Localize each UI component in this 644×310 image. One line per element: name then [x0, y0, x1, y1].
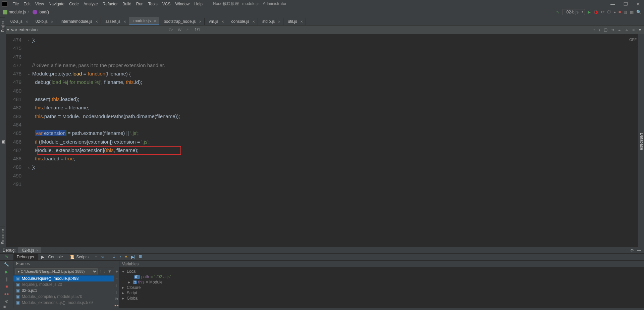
minimize-button[interactable]: —: [609, 1, 616, 7]
chevron-right-icon[interactable]: ▸: [122, 291, 125, 295]
run-to-cursor-icon[interactable]: ▶|: [131, 255, 135, 259]
project-stripe-label[interactable]: Project: [0, 17, 5, 35]
chevron-right-icon[interactable]: ▸: [128, 280, 131, 285]
add-watch-icon[interactable]: ＋: [115, 269, 119, 274]
copy-icon[interactable]: ⧉: [115, 297, 118, 301]
view-breakpoints-icon[interactable]: ●●: [4, 292, 9, 296]
stack-frame[interactable]: ▣require(), module.js:20: [13, 281, 114, 288]
menu-run[interactable]: Run: [134, 1, 146, 7]
editor-tab[interactable]: internal\module.js✕: [56, 18, 101, 25]
editor-tab[interactable]: 02-b.js✕: [31, 18, 56, 25]
menu-help[interactable]: Help: [192, 1, 205, 7]
layout2-icon[interactable]: ▦: [630, 10, 634, 14]
tab-debugger[interactable]: Debugger: [13, 254, 38, 260]
force-step-into-icon[interactable]: ⇣: [112, 255, 116, 259]
breadcrumb-method[interactable]: load(): [39, 10, 49, 14]
toolwindows-icon[interactable]: ▣: [3, 304, 6, 309]
match-case-toggle[interactable]: Cc: [167, 28, 174, 32]
editor-tab[interactable]: 02-a.js✕: [6, 18, 31, 25]
rerun-icon[interactable]: ↻: [5, 255, 8, 259]
filter-icon[interactable]: ▼: [638, 28, 642, 32]
variables-tree[interactable]: ▾Local 01path = "./02-a.js" ▸□this = Mod…: [119, 267, 644, 302]
frames-list[interactable]: ▣Module.require(), module.js:498▣require…: [13, 275, 114, 308]
settings-icon[interactable]: 🔧: [4, 262, 9, 267]
menu-view[interactable]: View: [33, 1, 46, 7]
search-everywhere-icon[interactable]: 🔍: [636, 10, 641, 14]
prev-match-icon[interactable]: ↑: [593, 28, 595, 32]
menu-build[interactable]: Build: [120, 1, 134, 7]
editor-tab[interactable]: vm.js✕: [205, 18, 227, 25]
menu-navigate[interactable]: Navigate: [46, 1, 67, 7]
close-icon[interactable]: ✕: [278, 20, 280, 23]
database-toolwindow-stripe[interactable]: Database: [638, 34, 644, 247]
chevron-right-icon[interactable]: ▸: [122, 296, 125, 301]
layout-icon[interactable]: ≡: [95, 255, 97, 259]
coverage-icon[interactable]: ⟳: [601, 10, 604, 14]
close-icon[interactable]: ✕: [95, 20, 98, 23]
gear-icon[interactable]: ⚙: [630, 248, 634, 253]
profile-icon[interactable]: ⏱: [607, 10, 611, 14]
run-icon[interactable]: ▶: [588, 10, 591, 14]
compass-icon[interactable]: ↖: [556, 10, 559, 14]
remove-watch-icon[interactable]: −: [115, 276, 118, 281]
up-icon[interactable]: ↑: [116, 283, 118, 288]
menu-window[interactable]: Window: [173, 1, 192, 7]
filter-frames-icon[interactable]: ▼: [108, 269, 112, 274]
stack-frame[interactable]: ▣Module._compile(), module.js:570: [13, 294, 114, 300]
add-selection-icon[interactable]: ⇥: [611, 28, 614, 32]
editor-tab[interactable]: console.js✕: [227, 18, 258, 25]
stack-frame[interactable]: ▣Module._extensions..js(), module.js:579: [13, 300, 114, 306]
editor-tab[interactable]: stdio.js✕: [258, 18, 283, 25]
stop-icon[interactable]: ■: [5, 284, 8, 289]
editor-tab[interactable]: module.js✕: [129, 17, 159, 25]
database-stripe-label[interactable]: Database: [639, 133, 644, 150]
menu-file[interactable]: File: [10, 1, 21, 7]
prev-frame-icon[interactable]: ↑: [100, 269, 102, 274]
close-icon[interactable]: ✕: [199, 20, 202, 23]
debug-session-tab[interactable]: 02-b.js ✕: [18, 247, 41, 253]
menu-vcs[interactable]: VCS: [160, 1, 173, 7]
chevron-right-icon[interactable]: ▸: [122, 285, 125, 290]
menu-refactor[interactable]: Refactor: [100, 1, 120, 7]
next-match-icon[interactable]: ↓: [598, 28, 600, 32]
thread-selector[interactable]: ● C:\Users\BNTang...N...2-b.js (pid 3888…: [15, 268, 98, 274]
regex-toggle[interactable]: .*: [185, 28, 190, 32]
stack-frame[interactable]: ▣02-b.js:1: [13, 288, 114, 294]
code-editor[interactable]: OFF 474475476477478479480481482483484485…: [6, 34, 644, 247]
attach-icon[interactable]: ▸: [614, 10, 616, 14]
code-body[interactable]: }; // Given a file name, pass it to the …: [32, 36, 637, 188]
run-configuration-dropdown[interactable]: 02-b.js: [562, 9, 585, 15]
minimize-panel-icon[interactable]: —: [637, 248, 641, 253]
project-toolwindow-stripe[interactable]: ▣: [0, 34, 6, 247]
tab-console[interactable]: ▶_Console: [38, 254, 66, 260]
editor-tab[interactable]: assert.js✕: [101, 18, 129, 25]
close-icon[interactable]: ✕: [123, 20, 126, 23]
down-icon[interactable]: ↓: [116, 290, 118, 295]
close-icon[interactable]: ✕: [300, 20, 303, 23]
menu-code[interactable]: Code: [67, 1, 81, 7]
menu-edit[interactable]: Edit: [21, 1, 33, 7]
menu-tools[interactable]: Tools: [146, 1, 160, 7]
drop-frame-icon[interactable]: ✶: [124, 255, 128, 259]
evaluate-icon[interactable]: 🖩: [139, 255, 143, 259]
resume-icon[interactable]: ▶: [5, 269, 8, 274]
menu-analyze[interactable]: Analyze: [81, 1, 100, 7]
tab-scripts[interactable]: 📜Scripts: [66, 254, 92, 260]
select-all-icon[interactable]: ▢: [604, 28, 607, 32]
next-frame-icon[interactable]: ↓: [104, 269, 106, 274]
breadcrumb-file[interactable]: module.js: [9, 10, 26, 14]
glasses-icon[interactable]: 👓: [114, 303, 119, 308]
step-out-icon[interactable]: ↑: [119, 255, 121, 259]
close-icon[interactable]: ✕: [25, 20, 28, 23]
pin-icon[interactable]: ⫠: [618, 28, 622, 32]
structure-stripe-label[interactable]: Structure: [0, 226, 5, 247]
close-icon[interactable]: ✕: [221, 20, 224, 23]
close-icon[interactable]: ✕: [36, 249, 39, 252]
words-toggle[interactable]: W: [176, 28, 182, 32]
step-over-icon[interactable]: ⤼: [100, 255, 104, 259]
more-icon[interactable]: ⫨: [625, 28, 629, 32]
debug-icon[interactable]: 🐞: [593, 10, 598, 14]
editor-tab[interactable]: util.js✕: [283, 18, 306, 25]
pause-icon[interactable]: ‖: [6, 277, 8, 281]
mute-breakpoints-icon[interactable]: ⊘: [5, 299, 8, 304]
